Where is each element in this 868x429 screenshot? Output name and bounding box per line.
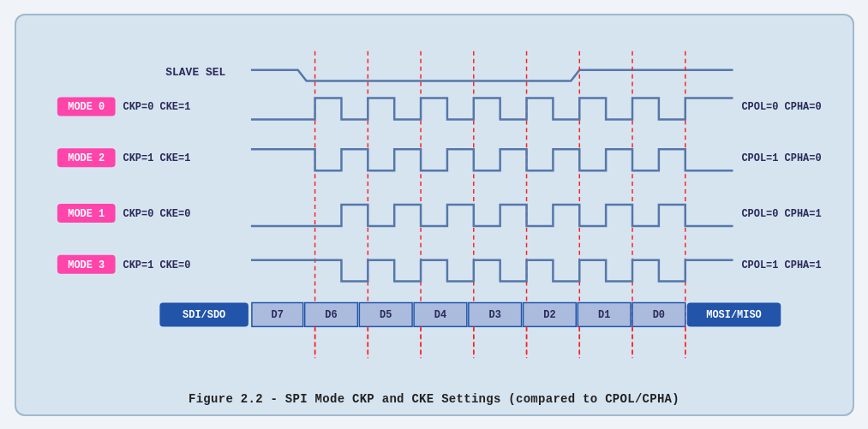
d1-label: D1 bbox=[597, 309, 609, 321]
slave-sel-label: SLAVE SEL bbox=[165, 65, 225, 78]
d2-label: D2 bbox=[543, 309, 555, 321]
d6-label: D6 bbox=[325, 309, 337, 321]
d3-label: D3 bbox=[488, 309, 500, 321]
outer-container: SLAVE SEL MODE 0 CKP=0 CKE=1 CPO bbox=[15, 14, 854, 416]
mode3-right: CPOL=1 CPHA=1 bbox=[741, 259, 821, 271]
mode2-right: CPOL=1 CPHA=0 bbox=[741, 152, 821, 164]
mode3-label: MODE 3 bbox=[68, 259, 105, 271]
mode1-right: CPOL=0 CPHA=1 bbox=[741, 207, 821, 219]
mode0-right: CPOL=0 CPHA=0 bbox=[741, 101, 821, 113]
mosi-miso-label: MOSI/MISO bbox=[706, 309, 761, 321]
diagram-area: SLAVE SEL MODE 0 CKP=0 CKE=1 CPO bbox=[33, 24, 835, 385]
d0-label: D0 bbox=[652, 309, 664, 321]
mode1-params: CKP=0 CKE=0 bbox=[123, 207, 190, 219]
mode2-label: MODE 2 bbox=[68, 152, 105, 164]
mode1-label: MODE 1 bbox=[68, 207, 105, 219]
figure-caption: Figure 2.2 - SPI Mode CKP and CKE Settin… bbox=[189, 385, 679, 406]
sdi-sdo-label: SDI/SDO bbox=[183, 309, 225, 321]
mode0-params: CKP=0 CKE=1 bbox=[123, 101, 190, 113]
d7-label: D7 bbox=[271, 309, 283, 321]
mode3-params: CKP=1 CKE=0 bbox=[123, 259, 190, 271]
d4-label: D4 bbox=[434, 309, 446, 321]
mode0-label: MODE 0 bbox=[68, 101, 105, 113]
mode2-params: CKP=1 CKE=1 bbox=[123, 152, 190, 164]
d5-label: D5 bbox=[380, 309, 392, 321]
